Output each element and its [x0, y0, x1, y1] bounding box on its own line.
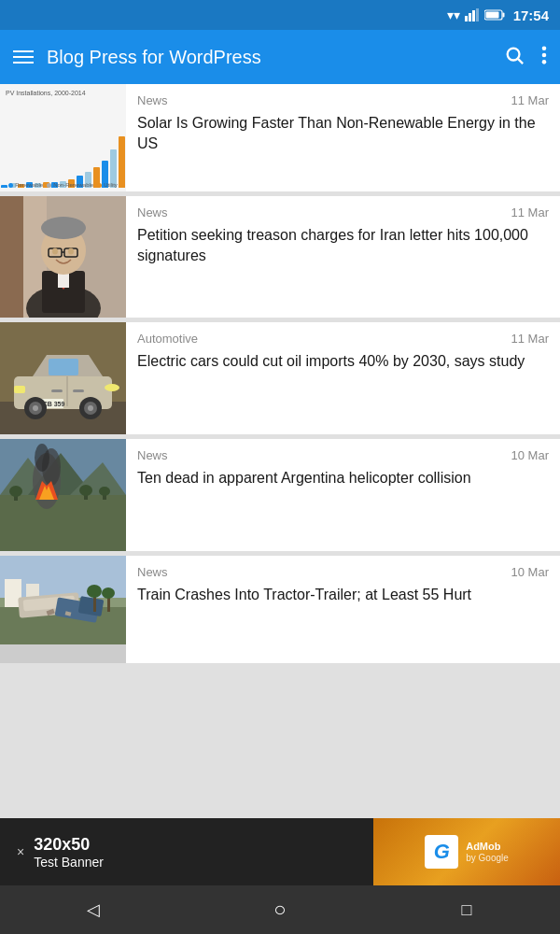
- svg-rect-1: [469, 13, 471, 21]
- article-image-4: [0, 439, 126, 551]
- article-date-3: 11 Mar: [511, 332, 549, 346]
- chart-thumbnail: PV Installations, 2000-2014 Renewable No…: [0, 84, 126, 191]
- svg-point-72: [87, 585, 102, 598]
- chart-bars: [1, 132, 125, 188]
- article-date-4: 10 Mar: [511, 448, 549, 462]
- admob-logo-area: G AdMob by Google: [373, 818, 560, 885]
- app-title: Blog Press for WordPress: [47, 47, 491, 68]
- svg-point-20: [41, 217, 86, 239]
- app-bar-actions: [504, 45, 547, 70]
- svg-point-59: [99, 487, 110, 496]
- car-thumbnail: UCB 359: [0, 322, 126, 434]
- svg-point-11: [542, 60, 547, 64]
- article-title-2: Petition seeking treason charges for Ira…: [137, 225, 549, 265]
- svg-rect-2: [472, 10, 475, 21]
- article-date-2: 11 Mar: [511, 205, 549, 219]
- ad-banner[interactable]: × 320x50 Test Banner G AdMob by Google: [0, 818, 560, 885]
- ad-sub-text: Test Banner: [34, 855, 373, 870]
- article-category-2: News: [137, 205, 168, 219]
- article-title-4: Ten dead in apparent Argentina helicopte…: [137, 468, 549, 488]
- article-card-3[interactable]: UCB 359: [0, 322, 560, 434]
- article-body-2: News 11 Mar Petition seeking treason cha…: [126, 196, 560, 318]
- svg-rect-14: [0, 196, 23, 318]
- svg-point-24: [52, 248, 58, 255]
- hamburger-menu-button[interactable]: [13, 50, 34, 64]
- home-button[interactable]: ○: [257, 886, 303, 933]
- chart-legend: Renewable Non-Renewable Utility: [0, 182, 126, 188]
- app-bar: Blog Press for WordPress: [0, 30, 560, 84]
- svg-point-7: [508, 48, 520, 60]
- svg-point-55: [9, 486, 22, 497]
- admob-logo-text: AdMob by Google: [466, 841, 509, 863]
- search-button[interactable]: [504, 45, 525, 70]
- article-title-1: Solar Is Growing Faster Than Non-Renewab…: [137, 113, 549, 153]
- article-category-5: News: [137, 565, 168, 579]
- article-image-3: UCB 359: [0, 322, 126, 434]
- svg-point-74: [102, 587, 115, 599]
- article-image-1: PV Installations, 2000-2014 Renewable No…: [0, 84, 126, 191]
- ad-text-block: 320x50 Test Banner: [34, 835, 373, 870]
- more-options-button[interactable]: [541, 45, 547, 70]
- svg-line-8: [518, 59, 523, 64]
- navigation-bar: ◁ ○ □: [0, 885, 560, 934]
- svg-point-10: [542, 52, 547, 57]
- status-time: 17:54: [513, 7, 549, 23]
- svg-point-38: [105, 384, 119, 391]
- article-title-3: Electric cars could cut oil imports 40% …: [137, 351, 549, 372]
- ad-size-text: 320x50: [34, 835, 373, 855]
- status-bar: ▾▾ 17:54: [0, 0, 560, 30]
- article-date-5: 10 Mar: [511, 565, 549, 579]
- article-meta-5: News 10 Mar: [137, 565, 549, 579]
- svg-rect-48: [0, 495, 126, 551]
- svg-rect-29: [49, 359, 78, 375]
- article-meta-3: Automotive 11 Mar: [137, 332, 549, 346]
- crash-thumbnail: [0, 556, 126, 644]
- article-card-5[interactable]: News 10 Mar Train Crashes Into Tractor-T…: [0, 556, 560, 663]
- svg-rect-0: [465, 16, 468, 21]
- svg-point-37: [88, 405, 93, 411]
- svg-rect-6: [485, 12, 498, 19]
- ad-close-button[interactable]: ×: [17, 844, 24, 859]
- article-body-4: News 10 Mar Ten dead in apparent Argenti…: [126, 439, 560, 551]
- person-thumbnail: [0, 196, 126, 318]
- article-body-3: Automotive 11 Mar Electric cars could cu…: [126, 322, 560, 434]
- svg-point-57: [79, 485, 92, 496]
- article-card-1[interactable]: PV Installations, 2000-2014 Renewable No…: [0, 84, 560, 191]
- svg-point-25: [68, 248, 74, 255]
- admob-g-icon: G: [425, 835, 458, 869]
- article-body-5: News 10 Mar Train Crashes Into Tractor-T…: [126, 556, 560, 644]
- back-button[interactable]: ◁: [70, 886, 117, 933]
- wifi-icon: ▾▾: [447, 7, 460, 22]
- chart-label: PV Installations, 2000-2014: [6, 90, 86, 97]
- status-icons: ▾▾ 17:54: [447, 7, 549, 23]
- admob-brand-text: AdMob: [466, 841, 500, 853]
- article-image-2: [0, 196, 126, 318]
- svg-point-34: [33, 405, 38, 411]
- svg-point-9: [542, 46, 547, 50]
- article-meta-1: News 11 Mar: [137, 93, 549, 107]
- battery-icon: [484, 9, 505, 21]
- article-card-4[interactable]: News 10 Mar Ten dead in apparent Argenti…: [0, 439, 560, 551]
- recents-button[interactable]: □: [443, 886, 490, 933]
- content-area: PV Installations, 2000-2014 Renewable No…: [0, 84, 560, 818]
- article-card-2[interactable]: News 11 Mar Petition seeking treason cha…: [0, 196, 560, 318]
- article-meta-4: News 10 Mar: [137, 448, 549, 462]
- admob-by-text: by Google: [466, 853, 509, 863]
- article-title-5: Train Crashes Into Tractor-Trailer; at L…: [137, 585, 549, 605]
- article-body-1: News 11 Mar Solar Is Growing Faster Than…: [126, 84, 560, 191]
- article-date-1: 11 Mar: [511, 93, 549, 107]
- article-category-1: News: [137, 93, 168, 107]
- svg-rect-41: [51, 389, 63, 392]
- smoke-thumbnail: [0, 439, 126, 551]
- article-meta-2: News 11 Mar: [137, 205, 549, 219]
- svg-rect-3: [476, 8, 479, 21]
- article-category-3: Automotive: [137, 332, 198, 346]
- svg-point-51: [35, 444, 49, 472]
- svg-rect-42: [73, 389, 84, 392]
- article-image-5: [0, 556, 126, 663]
- article-category-4: News: [137, 448, 168, 462]
- signal-icon: [465, 8, 480, 21]
- svg-rect-39: [14, 386, 25, 393]
- svg-rect-5: [502, 13, 504, 18]
